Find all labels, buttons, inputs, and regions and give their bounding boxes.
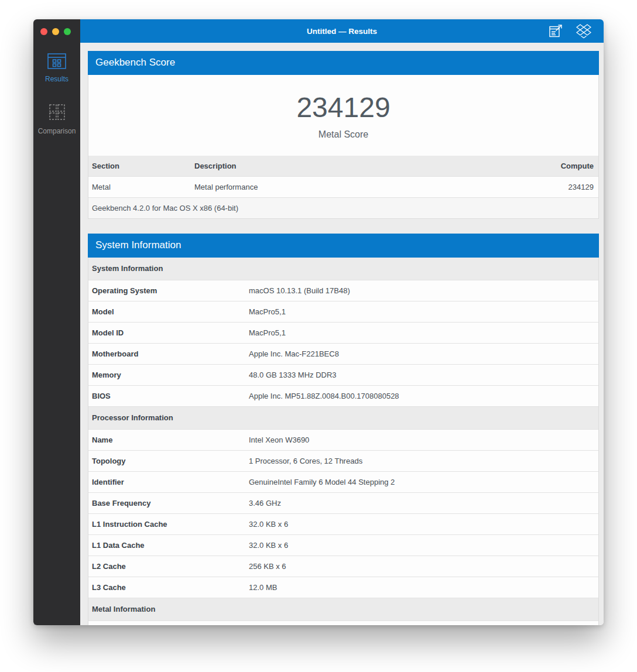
metal-score-label: Metal Score (88, 129, 598, 140)
property-value: 32.0 KB x 6 (245, 535, 598, 556)
system-information-table: System InformationOperating SystemmacOS … (88, 258, 599, 625)
property-label: Topology (88, 451, 245, 471)
export-document-icon[interactable] (549, 23, 563, 39)
property-value: 12.0 MB (245, 577, 598, 598)
property-label: Motherboard (88, 344, 245, 364)
table-row: Base Frequency3.46 GHz (88, 492, 598, 513)
results-icon (47, 53, 66, 71)
property-value: MacPro5,1 (245, 323, 598, 343)
description-cell: Metal performance (191, 177, 522, 197)
property-value: MacPro5,1 (245, 301, 598, 322)
property-value: 3.46 GHz (245, 493, 598, 513)
property-label: Model ID (88, 323, 245, 343)
sidebar-item-label: Comparison (38, 127, 76, 135)
property-label: BIOS (88, 386, 245, 406)
table-row: L3 Cache12.0 MB (88, 577, 598, 598)
zoom-button[interactable] (64, 28, 71, 35)
property-value: Intel Xeon W3690 (245, 430, 598, 450)
section-cell: Metal (88, 177, 191, 197)
score-table: Section Description Compute Metal Metal … (88, 156, 599, 219)
table-row: L1 Data Cache32.0 KB x 6 (88, 534, 598, 556)
column-header-compute: Compute (522, 156, 598, 176)
window-controls (33, 19, 80, 35)
compute-cell: 234129 (522, 177, 598, 197)
property-label: Model (88, 301, 245, 322)
group-title: Processor Information (88, 407, 598, 429)
table-row: L2 Cache256 KB x 6 (88, 556, 598, 577)
group-title: System Information (88, 258, 598, 280)
close-button[interactable] (40, 28, 47, 35)
property-label: Name (88, 430, 245, 450)
sidebar-item-comparison[interactable]: Comparison (33, 104, 80, 135)
column-header-section: Section (88, 156, 191, 176)
property-value: GenuineIntel Family 6 Model 44 Stepping … (245, 472, 598, 492)
system-panel-header: System Information (88, 234, 599, 258)
property-value: Apple Inc. MP51.88Z.0084.B00.1708080528 (245, 386, 598, 406)
property-label: L1 Data Cache (88, 535, 245, 556)
table-row: Memory48.0 GB 1333 MHz DDR3 (88, 364, 598, 385)
table-row: MotherboardApple Inc. Mac-F221BEC8 (88, 343, 598, 364)
table-row: BIOSApple Inc. MP51.88Z.0084.B00.1708080… (88, 385, 598, 406)
table-row: IdentifierGenuineIntel Family 6 Model 44… (88, 471, 598, 492)
property-label: Device Name (88, 621, 245, 625)
group-title: Metal Information (88, 598, 598, 620)
table-row: NameIntel Xeon W3690 (88, 429, 598, 450)
table-row: Model IDMacPro5,1 (88, 322, 598, 343)
property-label: L1 Instruction Cache (88, 514, 245, 534)
app-window: Results Comparison Untitled — Results (33, 19, 604, 625)
property-label: Base Frequency (88, 493, 245, 513)
property-value: macOS 10.13.1 (Build 17B48) (245, 280, 598, 301)
geekbench-score-panel: Geekbench Score 234129 Metal Score Secti… (88, 51, 599, 219)
group-subheader-row: System Information (88, 258, 598, 280)
metal-score-value: 234129 (88, 91, 598, 124)
property-value: 1 Processor, 6 Cores, 12 Threads (245, 451, 598, 471)
table-row: ModelMacPro5,1 (88, 301, 598, 322)
table-row: Device NameNVIDIA GeForce GTX 1080 Ti (88, 620, 598, 625)
group-subheader-row: Processor Information (88, 406, 598, 429)
title-bar: Untitled — Results (80, 19, 604, 43)
minimize-button[interactable] (52, 28, 59, 35)
property-value: 256 KB x 6 (245, 556, 598, 577)
property-value: Apple Inc. Mac-F221BEC8 (245, 344, 598, 364)
sidebar-item-results[interactable]: Results (33, 53, 80, 83)
sidebar-item-label: Results (45, 75, 69, 83)
table-row: Topology1 Processor, 6 Cores, 12 Threads (88, 450, 598, 471)
property-value: 32.0 KB x 6 (245, 514, 598, 534)
sidebar: Results Comparison (33, 19, 80, 625)
results-content[interactable]: Geekbench Score 234129 Metal Score Secti… (80, 43, 604, 625)
group-subheader-row: Metal Information (88, 598, 598, 620)
table-row: Metal Metal performance 234129 (88, 176, 598, 197)
score-block: 234129 Metal Score (88, 75, 599, 156)
score-panel-header: Geekbench Score (88, 51, 599, 75)
comparison-icon (47, 104, 66, 124)
property-label: L3 Cache (88, 577, 245, 598)
table-row: Operating SystemmacOS 10.13.1 (Build 17B… (88, 280, 598, 301)
window-title: Untitled — Results (80, 19, 604, 43)
property-label: Operating System (88, 280, 245, 301)
geekbench-version: Geekbench 4.2.0 for Mac OS X x86 (64-bit… (88, 198, 598, 218)
score-table-header-row: Section Description Compute (88, 156, 598, 176)
dropbox-icon[interactable] (576, 23, 592, 39)
property-value: 48.0 GB 1333 MHz DDR3 (245, 365, 598, 385)
version-footer-row: Geekbench 4.2.0 for Mac OS X x86 (64-bit… (88, 197, 598, 218)
system-information-panel: System Information System InformationOpe… (88, 234, 599, 625)
property-label: Identifier (88, 472, 245, 492)
property-value: NVIDIA GeForce GTX 1080 Ti (245, 621, 598, 625)
table-row: L1 Instruction Cache32.0 KB x 6 (88, 513, 598, 534)
property-label: Memory (88, 365, 245, 385)
property-label: L2 Cache (88, 556, 245, 577)
column-header-description: Description (191, 156, 522, 176)
